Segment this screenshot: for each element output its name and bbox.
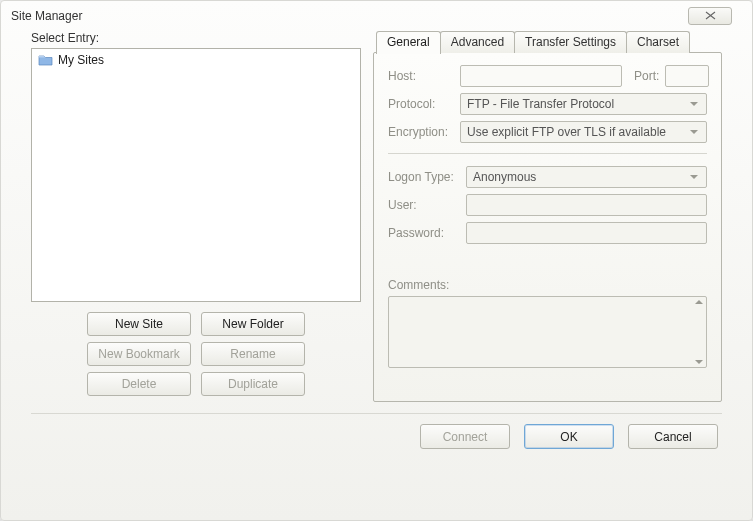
titlebar: Site Manager [1, 1, 752, 31]
password-input [466, 222, 707, 244]
logon-type-label: Logon Type: [388, 170, 460, 184]
comments-textarea [388, 296, 707, 368]
tab-advanced[interactable]: Advanced [440, 31, 515, 53]
encryption-label: Encryption: [388, 125, 454, 139]
user-input [466, 194, 707, 216]
footer-divider [31, 413, 722, 414]
tree-root-my-sites[interactable]: My Sites [35, 52, 357, 68]
comments-section: Comments: [388, 278, 707, 368]
new-site-button[interactable]: New Site [87, 312, 191, 336]
new-folder-button[interactable]: New Folder [201, 312, 305, 336]
site-manager-dialog: Site Manager Select Entry: [0, 0, 753, 521]
host-label: Host: [388, 69, 454, 83]
rename-button: Rename [201, 342, 305, 366]
dialog-body: Select Entry: My Sites New Site [1, 31, 752, 520]
tab-general[interactable]: General [376, 31, 441, 54]
encryption-select[interactable]: Use explicit FTP over TLS if available [460, 121, 707, 143]
tab-charset[interactable]: Charset [626, 31, 690, 53]
general-panel: Host: Port: Protocol: FTP - File Transfe… [373, 52, 722, 402]
logon-type-select[interactable]: Anonymous [466, 166, 707, 188]
tab-transfer-settings[interactable]: Transfer Settings [514, 31, 627, 53]
right-pane: General Advanced Transfer Settings Chars… [373, 31, 722, 403]
folder-icon [38, 54, 53, 66]
chevron-up-icon [695, 300, 703, 304]
delete-button: Delete [87, 372, 191, 396]
port-input[interactable] [665, 65, 709, 87]
port-label: Port: [634, 69, 659, 83]
cancel-button[interactable]: Cancel [628, 424, 718, 449]
host-input[interactable] [460, 65, 622, 87]
protocol-value: FTP - File Transfer Protocol [467, 97, 614, 111]
site-tree[interactable]: My Sites [31, 48, 361, 302]
comments-label: Comments: [388, 278, 707, 292]
select-entry-label: Select Entry: [31, 31, 361, 45]
new-bookmark-button: New Bookmark [87, 342, 191, 366]
password-label: Password: [388, 226, 460, 240]
user-label: User: [388, 198, 460, 212]
encryption-value: Use explicit FTP over TLS if available [467, 125, 666, 139]
comments-scrollbar [693, 300, 704, 364]
ok-button[interactable]: OK [524, 424, 614, 449]
window-title: Site Manager [11, 9, 82, 23]
protocol-label: Protocol: [388, 97, 454, 111]
tree-root-label: My Sites [58, 53, 104, 67]
divider [388, 153, 707, 154]
close-icon [705, 10, 716, 22]
tab-strip: General Advanced Transfer Settings Chars… [376, 31, 722, 53]
footer-buttons: Connect OK Cancel [31, 424, 722, 449]
protocol-select[interactable]: FTP - File Transfer Protocol [460, 93, 707, 115]
logon-type-value: Anonymous [473, 170, 536, 184]
entry-buttons: New Site New Folder New Bookmark Rename … [31, 312, 361, 396]
close-button[interactable] [688, 7, 732, 25]
duplicate-button: Duplicate [201, 372, 305, 396]
left-pane: Select Entry: My Sites New Site [31, 31, 361, 403]
connect-button: Connect [420, 424, 510, 449]
chevron-down-icon [695, 360, 703, 364]
